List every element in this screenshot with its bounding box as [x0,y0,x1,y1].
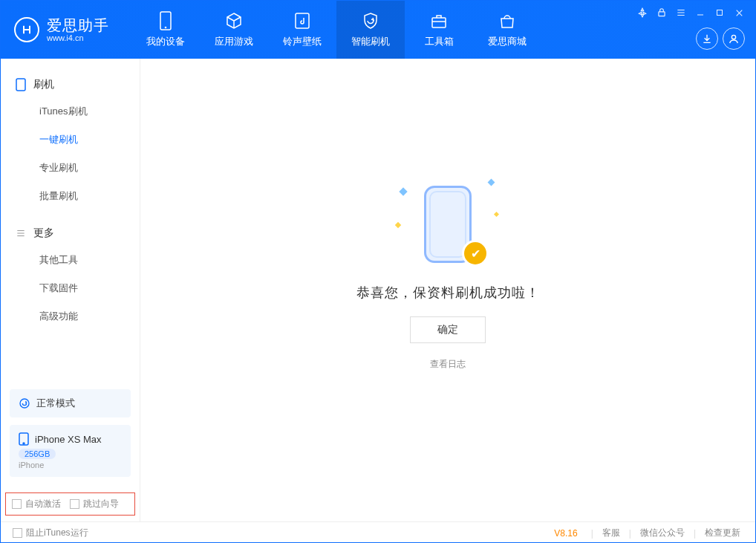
minimize-icon[interactable] [694,6,707,19]
mode-card[interactable]: 正常模式 [10,389,131,417]
sidebar-section-more: 更多 [1,221,140,246]
auto-activate-checkbox[interactable]: 自动激活 [12,498,61,510]
device-card[interactable]: iPhone XS Max 256GB iPhone [10,425,131,477]
app-url: www.i4.cn [47,33,109,42]
sidebar-item-advanced[interactable]: 高级功能 [1,302,140,331]
sidebar-item-batch-flash[interactable]: 批量刷机 [1,182,140,210]
success-message: 恭喜您，保资料刷机成功啦！ [356,284,540,302]
toolbox-icon [429,11,449,30]
tab-label: 应用游戏 [215,35,253,48]
version-label: V8.16 [554,528,577,539]
tab-my-device[interactable]: 我的设备 [131,1,200,59]
check-icon: ✔ [464,242,486,264]
success-illustration: ✔ [396,180,500,269]
tab-store[interactable]: 爱思商城 [473,1,541,59]
download-button[interactable] [696,27,718,50]
lock-icon[interactable] [655,6,668,19]
footer-link-support[interactable]: 客服 [599,527,623,539]
skip-guide-checkbox[interactable]: 跳过向导 [70,498,119,510]
svg-point-8 [20,399,29,408]
section-title: 更多 [33,227,54,240]
svg-rect-7 [16,79,25,91]
svg-point-1 [165,27,167,29]
store-icon [498,11,517,30]
tab-label: 我的设备 [146,35,185,48]
footer-link-update[interactable]: 检查更新 [702,527,743,539]
maximize-icon[interactable] [713,6,726,19]
sidebar-section-flash: 刷机 [1,72,140,97]
svg-rect-5 [717,10,723,16]
ok-button[interactable]: 确定 [410,316,486,343]
svg-point-6 [731,35,735,39]
logo-icon [14,17,39,42]
mode-refresh-icon [19,397,30,409]
cube-icon [224,11,244,30]
app-logo: 爱思助手 www.i4.cn [14,1,131,59]
user-button[interactable] [723,27,745,50]
tab-label: 爱思商城 [488,35,527,48]
bottom-options-box: 自动激活 跳过向导 [5,492,135,516]
section-title: 刷机 [33,78,54,91]
tab-toolbox[interactable]: 工具箱 [405,1,473,59]
close-icon[interactable] [732,6,746,19]
menu-icon[interactable] [674,6,688,19]
svg-rect-4 [659,12,665,16]
device-name: iPhone XS Max [35,434,102,445]
storage-badge: 256GB [19,449,56,459]
tab-flash[interactable]: 智能刷机 [336,1,405,59]
mode-label: 正常模式 [36,397,75,410]
shield-refresh-icon [361,11,380,30]
sidebar-item-itunes-flash[interactable]: iTunes刷机 [1,97,140,126]
view-log-link[interactable]: 查看日志 [430,358,466,371]
tab-label: 铃声壁纸 [283,35,322,48]
footer-link-wechat[interactable]: 微信公众号 [637,527,688,539]
svg-rect-3 [432,18,446,27]
svg-point-10 [23,443,25,444]
sidebar-item-one-click-flash[interactable]: 一键刷机 [1,126,140,154]
sidebar-item-download-firmware[interactable]: 下载固件 [1,274,140,302]
device-icon [156,11,175,30]
sidebar-item-other-tools[interactable]: 其他工具 [1,246,140,274]
phone-icon [16,78,26,91]
tab-ringtones[interactable]: 铃声壁纸 [268,1,336,59]
tab-label: 工具箱 [425,35,454,48]
tab-label: 智能刷机 [351,35,390,48]
list-icon [16,228,26,238]
device-type: iPhone [19,461,122,469]
music-file-icon [293,11,312,30]
device-phone-icon [19,432,29,446]
theme-icon[interactable] [636,6,649,19]
tab-apps[interactable]: 应用游戏 [200,1,268,59]
app-title: 爱思助手 [47,17,109,33]
sidebar-item-pro-flash[interactable]: 专业刷机 [1,154,140,182]
block-itunes-checkbox[interactable]: 阻止iTunes运行 [13,527,88,539]
